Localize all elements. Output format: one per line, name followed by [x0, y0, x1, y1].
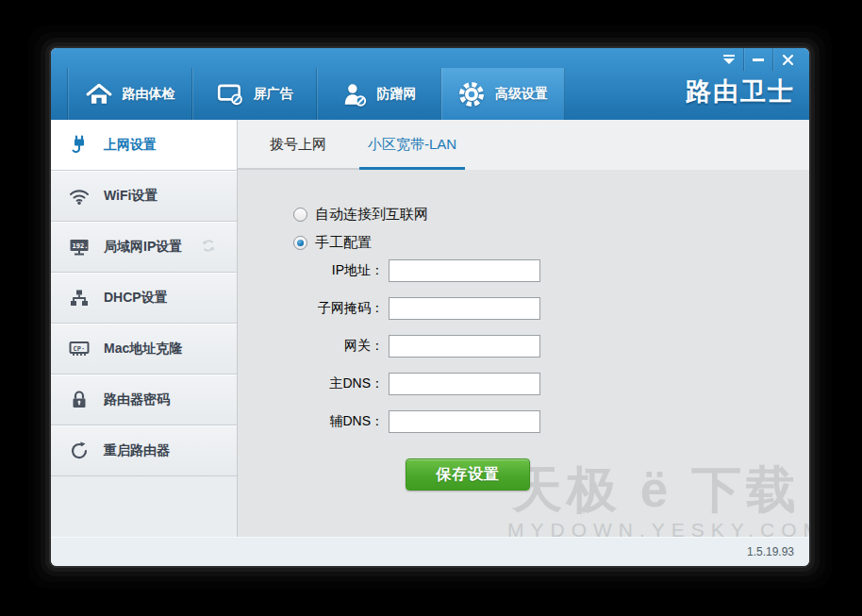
- lock-icon: [68, 390, 91, 410]
- sidebar-item-label: WiFi设置: [104, 188, 157, 205]
- tabstrip-divider: [238, 168, 359, 170]
- watermark-url: MYDOWN.YESKY.COM: [507, 519, 809, 537]
- nav-tab-label: 路由体检: [123, 86, 175, 103]
- nav-tab-label: 高级设置: [495, 86, 548, 103]
- sidebar-item-mac-clone[interactable]: CP· Mac地址克隆: [51, 324, 237, 375]
- minimize-button[interactable]: [743, 48, 772, 71]
- subnet-mask-input[interactable]: [389, 297, 540, 320]
- sidebar-item-label: 局域网IP设置: [104, 239, 182, 256]
- version-text: 1.5.19.93: [747, 545, 794, 558]
- menu-arrow-icon: [722, 55, 736, 65]
- nav-tab-block-ads[interactable]: 屏广告: [191, 68, 316, 120]
- tab-dialup[interactable]: 拨号上网: [270, 120, 326, 167]
- sidebar-item-label: 重启路由器: [104, 442, 170, 459]
- radio-label: 自动连接到互联网: [315, 206, 428, 224]
- top-nav-bar: 路由体检 屏广告 防蹭网: [51, 48, 809, 120]
- app-brand-logo: 路由卫士: [686, 75, 795, 108]
- sidebar-item-lan-ip-settings[interactable]: 192. 局域网IP设置: [51, 222, 237, 273]
- nav-tab-router-checkup[interactable]: 路由体检: [67, 68, 191, 120]
- user-block-icon: [341, 82, 368, 107]
- field-row-secondary-dns: 辅DNS：: [238, 409, 540, 434]
- sidebar-item-label: 路由器密码: [104, 391, 170, 408]
- nav-tab-label: 屏广告: [254, 86, 293, 103]
- close-icon: [783, 55, 793, 65]
- nic-card-icon: CP·: [68, 339, 91, 359]
- sidebar-item-restart-router[interactable]: 重启路由器: [51, 425, 237, 476]
- plug-icon: [68, 135, 91, 156]
- ad-block-icon: [216, 82, 244, 107]
- sidebar-item-label: 上网设置: [104, 137, 157, 154]
- dhcp-icon: [68, 288, 91, 308]
- sidebar-item-label: Mac地址克隆: [104, 341, 182, 358]
- active-tab-underline: [359, 167, 465, 170]
- sync-icon: [201, 238, 216, 256]
- app-window: 路由体检 屏广告 防蹭网: [51, 48, 809, 566]
- field-row-ip: IP地址：: [238, 258, 540, 283]
- secondary-dns-input[interactable]: [389, 410, 540, 433]
- minimize-icon: [753, 58, 764, 61]
- sidebar-item-router-password[interactable]: 路由器密码: [51, 375, 237, 425]
- status-bar: 1.5.19.93: [51, 537, 809, 566]
- restart-icon: [68, 441, 91, 461]
- field-label: 网关：: [238, 338, 384, 355]
- field-label: 子网掩码：: [238, 300, 384, 317]
- nav-tab-label: 防蹭网: [377, 86, 417, 103]
- nav-tab-anti-freeload[interactable]: 防蹭网: [316, 68, 440, 120]
- field-row-primary-dns: 主DNS：: [238, 372, 540, 396]
- menu-button[interactable]: [714, 48, 743, 71]
- gear-icon: [457, 80, 486, 108]
- sidebar-item-wifi-settings[interactable]: WiFi设置: [51, 171, 237, 222]
- radio-button-icon[interactable]: [293, 236, 307, 250]
- nav-tabs: 路由体检 屏广告 防蹭网: [67, 68, 565, 120]
- field-label: IP地址：: [238, 262, 384, 279]
- svg-text:192.: 192.: [73, 241, 89, 249]
- sidebar: 上网设置 WiFi设置 192.: [51, 120, 238, 537]
- content-pane: 拨号上网 小区宽带-LAN 天极 ë 下载 MYDOWN.YESKY.COM 自…: [238, 120, 809, 537]
- radio-label: 手工配置: [315, 234, 372, 252]
- radio-manual-config[interactable]: 手工配置: [293, 235, 372, 250]
- wifi-icon: [68, 186, 91, 207]
- radio-auto-connect[interactable]: 自动连接到互联网: [293, 207, 428, 222]
- home-icon: [85, 82, 113, 107]
- watermark-text: 天极 ë 下载: [512, 457, 801, 524]
- save-settings-button[interactable]: 保存设置: [406, 458, 530, 491]
- nav-tab-advanced-settings[interactable]: 高级设置: [440, 68, 565, 120]
- sidebar-item-dhcp-settings[interactable]: DHCP设置: [51, 273, 237, 324]
- content-tabstrip: 拨号上网 小区宽带-LAN: [238, 120, 809, 170]
- field-label: 辅DNS：: [238, 413, 384, 430]
- sidebar-item-label: DHCP设置: [104, 290, 168, 307]
- tab-lan-broadband[interactable]: 小区宽带-LAN: [359, 120, 465, 167]
- ip-address-input[interactable]: [389, 259, 540, 282]
- primary-dns-input[interactable]: [389, 373, 540, 395]
- window-controls: [714, 48, 802, 71]
- lan-ip-icon: 192.: [68, 237, 91, 258]
- radio-button-icon[interactable]: [293, 208, 307, 222]
- gateway-input[interactable]: [389, 335, 540, 358]
- close-button[interactable]: [772, 48, 802, 71]
- field-label: 主DNS：: [238, 375, 384, 392]
- sidebar-item-internet-setup[interactable]: 上网设置: [51, 120, 237, 171]
- main-row: 上网设置 WiFi设置 192.: [51, 120, 809, 537]
- field-row-subnet: 子网掩码：: [238, 296, 540, 321]
- field-row-gateway: 网关：: [238, 334, 540, 358]
- svg-text:CP·: CP·: [74, 344, 86, 352]
